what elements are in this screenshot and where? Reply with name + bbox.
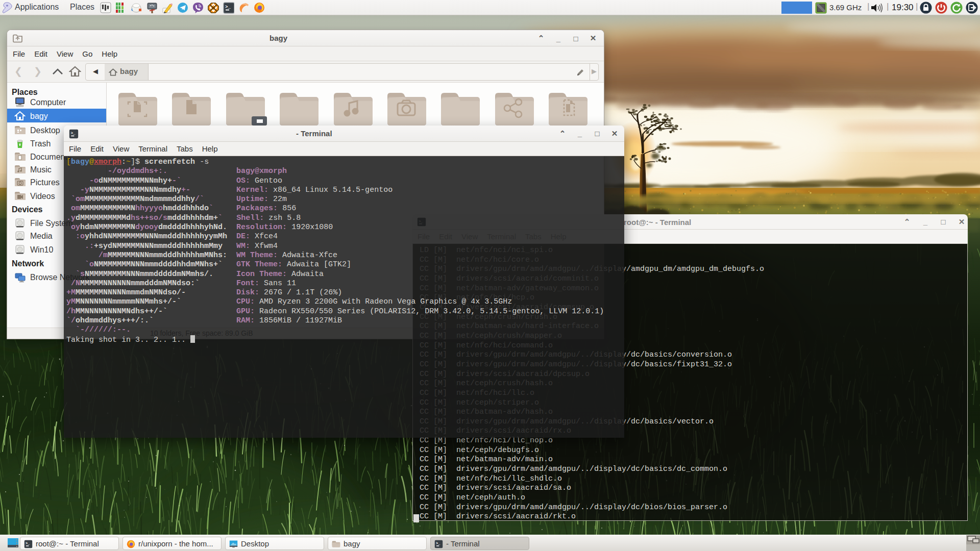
svg-text:>_: >_: [70, 131, 76, 135]
svg-text:>_: >_: [26, 541, 30, 545]
svg-text:>_: >_: [436, 541, 440, 545]
svg-text:>_: >_: [225, 5, 231, 10]
